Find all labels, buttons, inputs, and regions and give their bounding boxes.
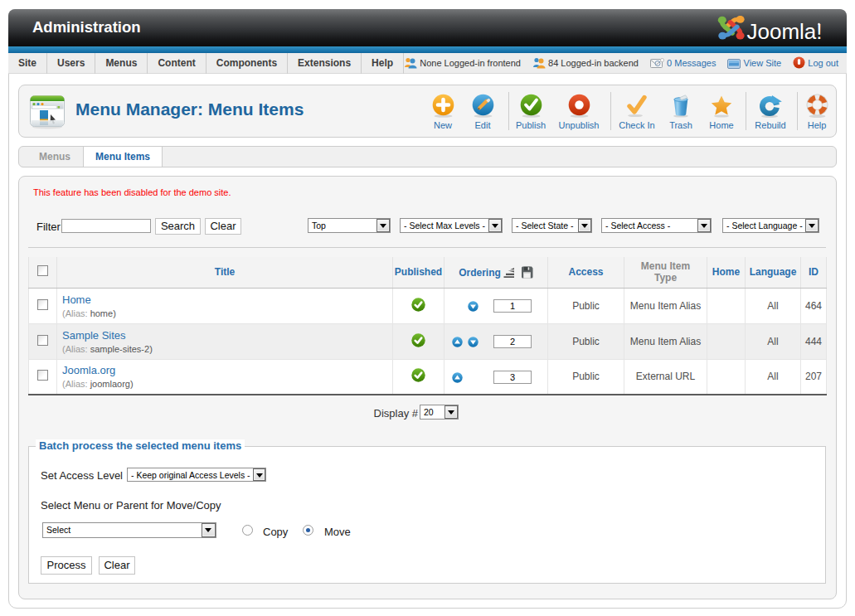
- svg-text:Joomla!: Joomla!: [747, 19, 822, 44]
